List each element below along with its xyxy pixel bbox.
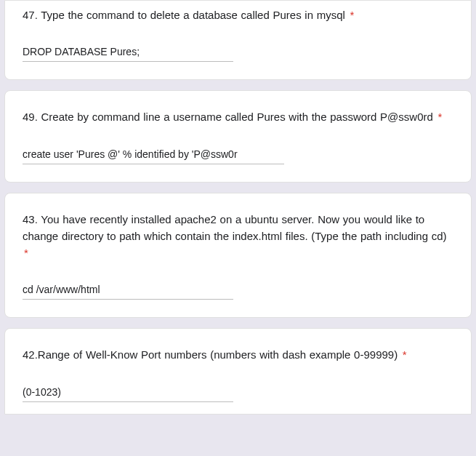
answer-field [23,44,233,62]
question-prompt: 42.Range of Well-Know Port numbers (numb… [23,346,453,363]
answer-input[interactable] [23,44,233,62]
question-prompt: 49. Create by command line a username ca… [23,108,453,125]
question-prompt: 43. You have recently installed apache2 … [23,211,453,262]
prompt-text: 49. Create by command line a username ca… [23,111,433,123]
question-card: 49. Create by command line a username ca… [4,90,472,182]
answer-input[interactable] [23,146,284,164]
answer-input[interactable] [23,384,233,402]
prompt-text: 42.Range of Well-Know Port numbers (numb… [23,348,398,361]
required-asterisk: * [403,348,407,361]
answer-field [23,146,233,164]
required-asterisk: * [350,9,355,21]
prompt-text: 47. Type the command to delete a databas… [23,9,345,21]
answer-field [23,281,233,300]
question-card: 43. You have recently installed apache2 … [4,193,472,319]
answer-input[interactable] [23,281,233,300]
required-asterisk: * [24,247,28,259]
answer-field [23,384,233,402]
required-asterisk: * [438,111,443,123]
question-card: 47. Type the command to delete a databas… [4,0,472,80]
prompt-text: 43. You have recently installed apache2 … [23,213,447,242]
question-card: 42.Range of Well-Know Port numbers (numb… [4,328,472,414]
question-prompt: 47. Type the command to delete a databas… [23,7,453,23]
